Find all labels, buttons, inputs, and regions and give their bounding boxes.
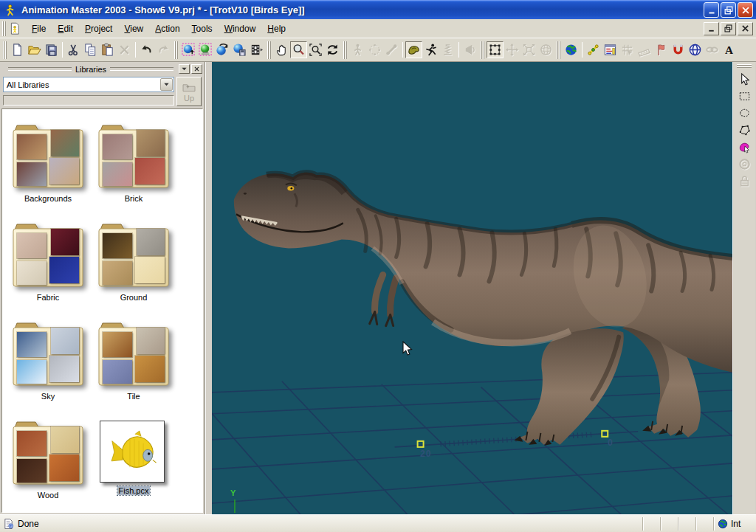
move-button[interactable]: [273, 41, 290, 58]
undo-button[interactable]: [138, 41, 155, 58]
menu-edit[interactable]: Edit: [52, 21, 79, 37]
library-item-wood[interactable]: Wood: [10, 413, 86, 501]
render-to-file-button[interactable]: [197, 41, 214, 58]
font-button[interactable]: [721, 41, 738, 58]
menu-grip[interactable]: [2, 21, 6, 36]
library-filter-value: All Libraries: [4, 80, 160, 89]
palette-grip[interactable]: [737, 64, 752, 68]
key-bone-button[interactable]: [585, 41, 602, 58]
toolbar-grip-navigation[interactable]: [267, 41, 271, 59]
new-button[interactable]: [9, 41, 26, 58]
texture-thumbnail: [17, 162, 47, 186]
texture-thumbnail: [137, 328, 165, 354]
window-close-button[interactable]: [738, 2, 753, 18]
magnet-mode-button[interactable]: [670, 41, 687, 58]
zoom-button[interactable]: [290, 41, 307, 58]
bound-manipulator-button[interactable]: [487, 41, 504, 58]
muscle-mode-icon: [407, 43, 421, 57]
world-icon: [564, 43, 578, 57]
toolbar-grip-extras[interactable]: [557, 41, 560, 59]
menu-action[interactable]: Action: [149, 21, 185, 37]
library-filter-combobox[interactable]: All Libraries: [3, 77, 174, 92]
select-tool-button[interactable]: [735, 71, 753, 88]
toolbar-grip-manipulators[interactable]: [481, 41, 484, 59]
timeline-icon: [603, 43, 617, 57]
copy-button[interactable]: [82, 41, 99, 58]
panel-close-button[interactable]: [191, 64, 202, 74]
scene-render: [212, 62, 732, 514]
render-mode-button[interactable]: [180, 41, 197, 58]
world-button[interactable]: [563, 41, 580, 58]
project-document-icon: [9, 22, 21, 35]
header-line: [110, 67, 173, 71]
library-item-label: Wood: [10, 491, 86, 501]
muscle-mode-button[interactable]: [405, 41, 422, 58]
rect-select-tool-button[interactable]: [735, 88, 753, 105]
menu-help[interactable]: Help: [261, 21, 292, 37]
library-item-label: Sky: [10, 392, 86, 402]
viewport-3d[interactable]: 20 0 Y: [212, 62, 732, 514]
scale-manipulator-button: [520, 41, 537, 58]
library-item-fish-pcx[interactable]: Fish.pcx: [95, 413, 172, 501]
save-animation-button[interactable]: [231, 41, 248, 58]
texture-thumbnail: [17, 134, 47, 159]
menu-file[interactable]: File: [26, 21, 52, 37]
toolbar-separator: [402, 42, 403, 58]
menu-bar: FileEditProjectViewActionToolsWindowHelp: [0, 19, 756, 38]
toolbar-grip-standard[interactable]: [3, 41, 7, 59]
rotate-globe-button[interactable]: [687, 41, 704, 58]
skeletal-mode-button[interactable]: [422, 41, 439, 58]
cut-button[interactable]: [65, 41, 82, 58]
menu-window[interactable]: Window: [219, 21, 262, 37]
timeline-button[interactable]: [602, 41, 619, 58]
quick-render-button[interactable]: [214, 41, 231, 58]
panel-splitter[interactable]: [205, 62, 212, 514]
lasso-select-tool-icon: [738, 106, 752, 120]
translate-manipulator-icon: [505, 43, 519, 57]
toolbar-grip-modes[interactable]: [343, 41, 347, 59]
poly-select-tool-button[interactable]: [735, 122, 753, 139]
patch-select-tool-icon: [738, 140, 752, 154]
library-item-sky[interactable]: Sky: [10, 314, 86, 402]
panel-rollup-button[interactable]: [179, 64, 190, 74]
library-item-label: Brick: [95, 194, 172, 204]
menu-project[interactable]: Project: [79, 21, 118, 37]
toolbar-grip-render[interactable]: [174, 41, 178, 59]
menu-tools[interactable]: Tools: [186, 21, 219, 37]
child-close-button[interactable]: [738, 22, 753, 35]
combobox-dropdown-icon[interactable]: [160, 78, 173, 91]
play-movie-button[interactable]: [248, 41, 265, 58]
library-item-tile[interactable]: Tile: [95, 314, 172, 402]
turn-button[interactable]: [324, 41, 341, 58]
texture-thumbnail: [135, 158, 165, 184]
lock-tool-button: [735, 173, 753, 190]
texture-thumbnail: [17, 332, 47, 357]
paste-button[interactable]: [99, 41, 116, 58]
rotate-manipulator-button: [537, 41, 554, 58]
up-folder-icon: [182, 81, 196, 93]
link-icon: [705, 43, 719, 57]
texture-thumbnail: [51, 130, 79, 156]
redo-icon: [157, 43, 171, 57]
child-minimize-button[interactable]: [704, 22, 719, 35]
select-tool-icon: [738, 72, 752, 86]
menu-view[interactable]: View: [118, 21, 149, 37]
texture-thumbnail: [103, 332, 132, 357]
folder-icon: [95, 117, 172, 190]
save-all-button[interactable]: [43, 41, 60, 58]
library-item-ground[interactable]: Ground: [95, 215, 172, 303]
point-mode-icon: [368, 43, 382, 57]
window-restore-button[interactable]: [721, 2, 736, 18]
library-item-backgrounds[interactable]: Backgrounds: [10, 117, 86, 204]
zoom-icon: [292, 43, 306, 57]
open-button[interactable]: [26, 41, 43, 58]
status-zone-pane: Int: [713, 517, 756, 531]
patch-select-tool-button[interactable]: [735, 139, 753, 156]
window-minimize-button[interactable]: [704, 2, 719, 18]
library-item-fabric[interactable]: Fabric: [10, 215, 86, 303]
child-restore-button[interactable]: [721, 22, 736, 35]
folder-icon: [10, 314, 86, 388]
library-item-brick[interactable]: Brick: [95, 117, 172, 204]
lasso-select-tool-button[interactable]: [735, 105, 753, 122]
zoom-to-fit-button[interactable]: [307, 41, 324, 58]
